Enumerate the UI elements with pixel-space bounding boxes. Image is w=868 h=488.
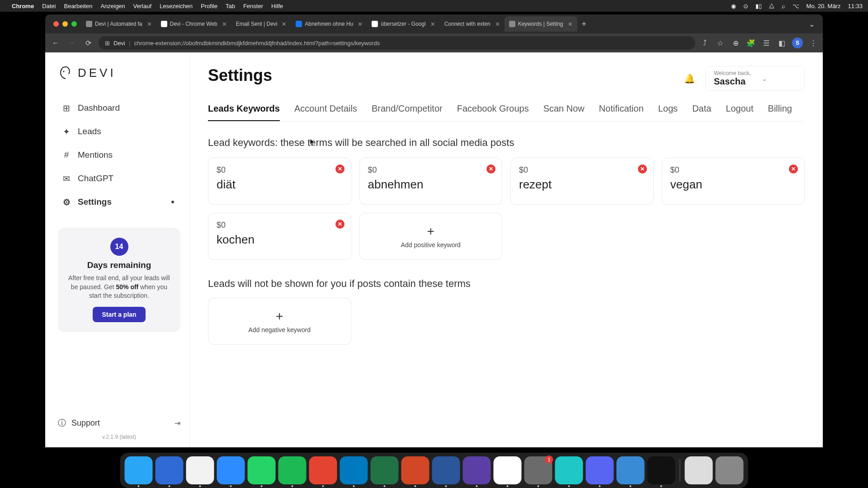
browser-tab[interactable]: Devi | Automated fa✕ [81, 16, 156, 32]
dock-app-safari[interactable] [156, 456, 184, 484]
tab-account-details[interactable]: Account Details [294, 103, 357, 121]
add-negative-keyword-button[interactable]: + Add negative keyword [208, 298, 351, 345]
delete-keyword-button[interactable]: ✕ [789, 164, 798, 174]
sidepanel-icon[interactable]: ◧ [777, 38, 787, 48]
dock-app-spotify[interactable] [278, 456, 307, 484]
kebab-menu-icon[interactable]: ⋮ [808, 38, 818, 48]
new-tab-button[interactable]: + [577, 19, 591, 29]
menu-verlauf[interactable]: Verlauf [133, 3, 151, 9]
delete-keyword-button[interactable]: ✕ [335, 220, 344, 229]
bookmark-icon[interactable]: ☆ [715, 38, 725, 48]
sidebar-item-chatgpt[interactable]: ✉ChatGPT [58, 168, 180, 189]
delete-keyword-button[interactable]: ✕ [335, 164, 344, 174]
sidebar-item-settings[interactable]: ⚙Settings [58, 192, 180, 212]
tab-scan-now[interactable]: Scan Now [543, 103, 585, 121]
dock-app-drive[interactable] [494, 456, 522, 484]
sidebar-item-dashboard[interactable]: ⊞Dashboard [58, 98, 180, 118]
minimize-window-button[interactable] [62, 21, 68, 27]
tab-logs[interactable]: Logs [658, 103, 678, 121]
tab-billing[interactable]: Billing [768, 103, 792, 121]
play-icon[interactable]: ⊙ [743, 3, 748, 9]
extensions-icon[interactable]: ⊕ [731, 38, 741, 48]
user-menu[interactable]: Welcome back, Sascha ⌄ [705, 66, 805, 91]
dock-app-app-[interactable] [555, 456, 583, 484]
dock-app-word[interactable] [432, 456, 460, 484]
menu-datei[interactable]: Datei [42, 3, 56, 9]
delete-keyword-button[interactable]: ✕ [638, 164, 647, 174]
dock-app-discord[interactable] [586, 456, 614, 484]
record-icon[interactable]: ◉ [731, 3, 736, 9]
close-window-button[interactable] [53, 21, 59, 27]
dock-app-whatsapp[interactable] [248, 456, 276, 484]
browser-tab[interactable]: übersetzer - Googl✕ [367, 16, 439, 32]
dock-app-system-settings[interactable]: 1 [524, 456, 552, 484]
browser-tab[interactable]: Devi - Chrome Web✕ [156, 16, 231, 32]
menubar-app-name[interactable]: Chrome [12, 3, 34, 9]
maximize-window-button[interactable] [71, 21, 77, 27]
dock-app-finder[interactable] [125, 456, 153, 484]
tab-data[interactable]: Data [692, 103, 711, 121]
back-button[interactable]: ← [50, 37, 61, 49]
dock-app-trello[interactable] [340, 456, 368, 484]
tab-facebook-groups[interactable]: Facebook Groups [457, 103, 529, 121]
tab-title: Connect with exten [444, 21, 491, 27]
menu-tab[interactable]: Tab [226, 3, 235, 9]
reload-button[interactable]: ⟳ [82, 37, 94, 49]
close-tab-icon[interactable]: ✕ [495, 21, 500, 28]
add-positive-keyword-button[interactable]: +Add positive keyword [359, 213, 503, 260]
menu-hilfe[interactable]: Hilfe [271, 3, 283, 9]
dock-app-trash[interactable] [716, 456, 744, 484]
menu-bearbeiten[interactable]: Bearbeiten [64, 3, 92, 9]
browser-tab-active[interactable]: Keywords | Setting✕ [505, 16, 577, 32]
brand-logo[interactable]: DEVI [58, 65, 180, 80]
sidebar-item-mentions[interactable]: #Mentions [58, 145, 180, 165]
page-viewport: DEVI ⊞Dashboard ✦Leads #Mentions ✉ChatGP… [45, 52, 823, 447]
close-tab-icon[interactable]: ✕ [147, 21, 152, 28]
menu-fenster[interactable]: Fenster [243, 3, 263, 9]
tab-notification[interactable]: Notification [599, 103, 644, 121]
puzzle-icon[interactable]: 🧩 [746, 38, 756, 48]
tab-brand-competitor[interactable]: Brand/Competitor [372, 103, 443, 121]
start-plan-button[interactable]: Start a plan [93, 307, 145, 322]
profile-avatar[interactable]: S [792, 38, 803, 48]
tab-leads-keywords[interactable]: Leads Keywords [208, 103, 280, 121]
dock-app-imovie[interactable] [463, 456, 491, 484]
address-bar[interactable]: ⊞ Devi | chrome-extension://obofmdbkmind… [99, 36, 695, 50]
delete-keyword-button[interactable]: ✕ [486, 164, 495, 174]
close-tab-icon[interactable]: ✕ [430, 21, 435, 28]
dock-app-voice-memos[interactable] [647, 456, 675, 484]
dock-app-zoom[interactable] [217, 456, 245, 484]
dock-app-powerpoint[interactable] [401, 456, 429, 484]
dock-app-preview[interactable] [685, 456, 713, 484]
battery-icon[interactable]: ▮▯ [755, 3, 762, 9]
menubar-time[interactable]: 11:33 [848, 3, 863, 9]
browser-tab[interactable]: Connect with exten✕ [440, 16, 505, 32]
dock-app-excel[interactable] [371, 456, 399, 484]
share-icon[interactable]: ⤴ [700, 38, 710, 48]
close-tab-icon[interactable]: ✕ [568, 21, 573, 28]
control-center-icon[interactable]: ⌥ [793, 3, 799, 9]
close-tab-icon[interactable]: ✕ [358, 21, 363, 28]
sidebar-item-leads[interactable]: ✦Leads [58, 121, 180, 142]
tab-overflow-button[interactable]: ⌄ [804, 20, 819, 28]
support-link[interactable]: ⓘ Support [58, 418, 100, 428]
browser-tab[interactable]: Email Sent | Devi✕ [231, 16, 292, 32]
menu-anzeigen[interactable]: Anzeigen [100, 3, 125, 9]
notifications-icon[interactable]: 🔔 [682, 71, 697, 86]
menu-lesezeichen[interactable]: Lesezeichen [160, 3, 193, 9]
menu-profile[interactable]: Profile [201, 3, 217, 9]
dock-app-quicktime[interactable] [617, 456, 645, 484]
wifi-icon[interactable]: ⧋ [769, 2, 774, 9]
close-tab-icon[interactable]: ✕ [222, 21, 227, 28]
forward-button[interactable]: → [66, 37, 78, 49]
close-tab-icon[interactable]: ✕ [282, 21, 287, 28]
dock-app-todoist[interactable] [309, 456, 337, 484]
reading-list-icon[interactable]: ☰ [761, 38, 771, 48]
browser-tab[interactable]: Abnehmen ohne Hu✕ [291, 16, 367, 32]
tab-logout[interactable]: Logout [726, 103, 753, 121]
dock-app-chrome[interactable] [186, 456, 214, 484]
site-info-icon[interactable]: ⊞ [105, 40, 110, 47]
logout-icon[interactable]: ⇥ [175, 419, 180, 427]
search-icon[interactable]: ⌕ [782, 3, 785, 9]
menubar-date[interactable]: Mo. 20. März [807, 3, 841, 9]
